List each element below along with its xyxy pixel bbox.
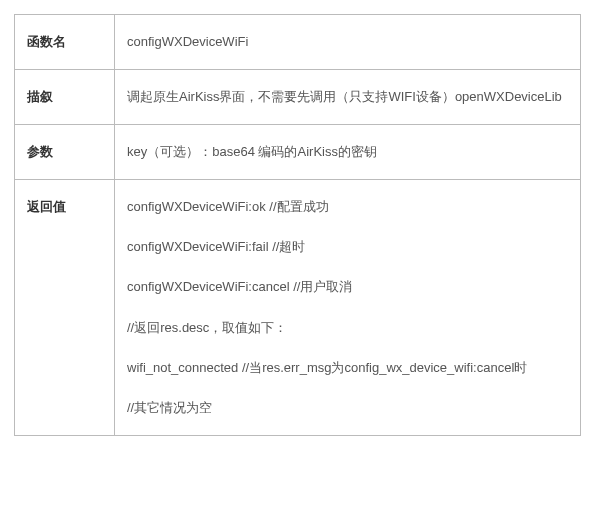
table-row: 参数 key（可选）：base64 编码的AirKiss的密钥 <box>15 125 581 180</box>
return-line: //其它情况为空 <box>127 397 568 419</box>
row-label-funcname: 函数名 <box>15 15 115 70</box>
table-row: 描叙 调起原生AirKiss界面，不需要先调用（只支持WIFI设备）openWX… <box>15 70 581 125</box>
return-line: configWXDeviceWiFi:ok //配置成功 <box>127 196 568 218</box>
row-value-return: configWXDeviceWiFi:ok //配置成功 configWXDev… <box>115 180 581 436</box>
row-value-funcname: configWXDeviceWiFi <box>115 15 581 70</box>
table-row: 返回值 configWXDeviceWiFi:ok //配置成功 configW… <box>15 180 581 436</box>
row-value-description: 调起原生AirKiss界面，不需要先调用（只支持WIFI设备）openWXDev… <box>115 70 581 125</box>
return-line: configWXDeviceWiFi:cancel //用户取消 <box>127 276 568 298</box>
row-label-params: 参数 <box>15 125 115 180</box>
return-line: //返回res.desc，取值如下： <box>127 317 568 339</box>
table-row: 函数名 configWXDeviceWiFi <box>15 15 581 70</box>
api-definition-table: 函数名 configWXDeviceWiFi 描叙 调起原生AirKiss界面，… <box>14 14 581 436</box>
return-line: configWXDeviceWiFi:fail //超时 <box>127 236 568 258</box>
row-value-params: key（可选）：base64 编码的AirKiss的密钥 <box>115 125 581 180</box>
return-line: wifi_not_connected //当res.err_msg为config… <box>127 357 568 379</box>
row-label-return: 返回值 <box>15 180 115 436</box>
row-label-description: 描叙 <box>15 70 115 125</box>
